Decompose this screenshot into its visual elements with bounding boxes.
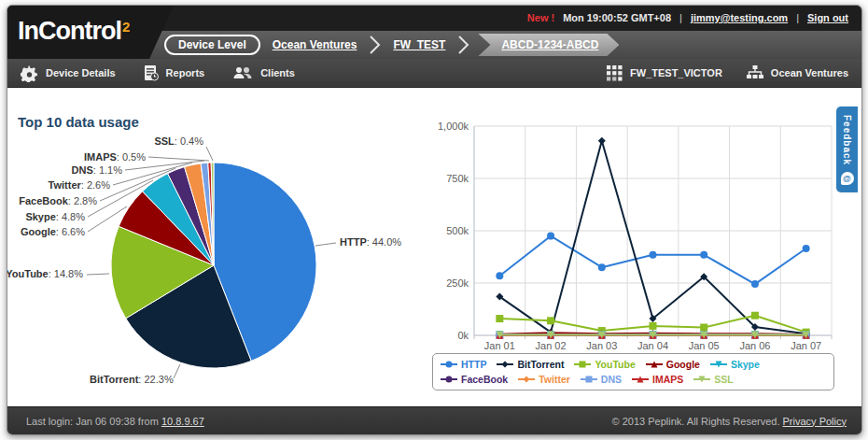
copyright-label: © 2013 Peplink. All Rights Reserved. xyxy=(612,416,780,427)
toolbar: Device Details Reports Clients FW_TEST_V… xyxy=(7,59,861,88)
legend-item-label: Twitter xyxy=(539,373,570,386)
last-login-text: Last login: Jan 06 09:38 from 10.8.9.67 xyxy=(26,416,204,427)
legend-item-ssl[interactable]: SSL xyxy=(693,373,733,386)
pie-label-connector xyxy=(206,147,213,161)
pie-label-http: HTTP: 44.0% xyxy=(340,236,401,248)
x-tick-label: Jan 07 xyxy=(791,340,821,351)
pie-label-youtube: YouTube: 14.8% xyxy=(7,268,83,279)
legend-item-http[interactable]: HTTP xyxy=(441,358,486,371)
toolbar-item-label: Clients xyxy=(260,67,295,78)
at-bubble-icon xyxy=(841,172,854,185)
pie-label-bittorrent: BitTorrent: 22.3% xyxy=(90,374,174,385)
pie-label-ssl: SSL: 0.4% xyxy=(154,135,203,147)
legend-item-dns[interactable]: DNS xyxy=(581,373,622,386)
x-tick-label: Jan 01 xyxy=(484,340,515,351)
toolbar-item-label: Ocean Ventures xyxy=(771,67,848,78)
pie-label-skype: Skype: 4.8% xyxy=(25,211,85,222)
gear-icon xyxy=(21,64,38,82)
account-email-link[interactable]: jimmy@testing.com xyxy=(691,12,788,23)
legend-item-bittorrent[interactable]: BitTorrent xyxy=(497,358,564,371)
legend-item-label: YouTube xyxy=(595,358,635,371)
y-tick-label: 500k xyxy=(446,225,469,236)
breadcrumb-device-link[interactable]: FW_TEST xyxy=(393,38,445,51)
x-tick-label: Jan 05 xyxy=(689,340,720,351)
series-line-bittorrent xyxy=(499,141,805,334)
y-tick-label: 1,000k xyxy=(438,121,469,132)
x-tick-label: Jan 02 xyxy=(536,340,567,351)
breadcrumb-group-link[interactable]: Ocean Ventures xyxy=(273,38,357,51)
account-bar: New ! Mon 19:00:52 GMT+08 | jimmy@testin… xyxy=(527,12,848,23)
chevron-right-icon xyxy=(457,35,469,55)
x-tick-label: Jan 04 xyxy=(637,340,668,351)
breadcrumb-device-level-pill[interactable]: Device Level xyxy=(164,35,260,55)
legend-marker-triangle-down xyxy=(693,375,710,384)
series-markers-bittorrent xyxy=(496,137,809,338)
legend-marker-square xyxy=(574,360,591,369)
toolbar-item-label: Device Details xyxy=(46,67,116,78)
x-tick-label: Jan 06 xyxy=(739,340,770,351)
toolbar-item-group-selector[interactable]: Ocean Ventures xyxy=(747,65,848,81)
series-line-http xyxy=(499,236,805,285)
footer-bar: Last login: Jan 06 09:38 from 10.8.9.67 … xyxy=(7,406,861,434)
pie-label-facebook: FaceBook: 2.8% xyxy=(19,195,97,206)
legend-item-label: Skype xyxy=(731,358,760,371)
logo-text: InControl2 xyxy=(18,17,128,46)
copyright-text: © 2013 Peplink. All Rights Reserved. Pri… xyxy=(612,416,847,427)
legend-item-label: BitTorrent xyxy=(517,358,564,371)
legend-item-imaps[interactable]: IMAPS xyxy=(632,373,683,386)
pie-label-imaps: IMAPS: 0.5% xyxy=(84,151,146,163)
pie-chart-title: Top 10 data usage xyxy=(18,114,139,130)
orgchart-icon xyxy=(747,65,763,80)
toolbar-right-group: FW_TEST_VICTOR Ocean Ventures xyxy=(607,65,848,81)
chevron-right-icon xyxy=(369,35,381,55)
line-chart: 0k250k500k750k1,000kJan 01Jan 02Jan 03Ja… xyxy=(427,106,838,354)
feedback-tab[interactable]: Feedback xyxy=(836,106,858,192)
logo-superscript: 2 xyxy=(122,19,129,35)
last-login-prefix: Last login: Jan 06 09:38 from xyxy=(26,416,159,427)
toolbar-item-device-details[interactable]: Device Details xyxy=(21,64,116,82)
new-badge: New ! xyxy=(527,12,554,23)
pie-label-connector xyxy=(87,274,109,275)
line-chart-svg: 0k250k500k750k1,000kJan 01Jan 02Jan 03Ja… xyxy=(427,106,838,354)
legend-marker-square xyxy=(581,375,597,384)
sign-out-link[interactable]: Sign out xyxy=(807,12,848,23)
app-logo[interactable]: InControl2 xyxy=(7,6,174,59)
clients-icon xyxy=(232,65,253,80)
x-tick-label: Jan 03 xyxy=(586,340,617,351)
separator: | xyxy=(796,12,799,23)
legend-item-facebook[interactable]: FaceBook xyxy=(441,373,508,386)
separator: | xyxy=(679,12,682,23)
pie-label-twitter: Twitter: 2.6% xyxy=(49,179,111,191)
header-bar: Device Level Ocean Ventures FW_TEST ABCD… xyxy=(7,6,861,59)
y-tick-label: 750k xyxy=(446,173,469,184)
legend-item-label: FaceBook xyxy=(461,373,508,386)
legend-marker-circle xyxy=(441,360,457,369)
pie-label-connector xyxy=(315,243,336,246)
legend-item-skype[interactable]: Skype xyxy=(710,358,760,371)
grid-icon xyxy=(607,65,623,81)
pie-label-dns: DNS: 1.1% xyxy=(72,164,123,176)
legend-item-label: IMAPS xyxy=(652,373,683,386)
legend-item-youtube[interactable]: YouTube xyxy=(574,358,635,371)
y-tick-label: 0k xyxy=(457,330,469,341)
y-tick-label: 250k xyxy=(446,277,469,289)
pie-label-connector xyxy=(174,364,180,378)
legend-marker-triangle-down xyxy=(710,360,727,369)
toolbar-item-clients[interactable]: Clients xyxy=(232,65,295,80)
legend-item-google[interactable]: Google xyxy=(646,358,700,371)
toolbar-item-label: Reports xyxy=(166,67,205,78)
toolbar-item-device-selector[interactable]: FW_TEST_VICTOR xyxy=(607,65,722,81)
privacy-policy-link[interactable]: Privacy Policy xyxy=(783,416,847,427)
legend-item-label: SSL xyxy=(714,373,733,386)
pie-chart: HTTP: 44.0%BitTorrent: 22.3%YouTube: 14.… xyxy=(7,99,427,407)
clock-text: Mon 19:00:52 GMT+08 xyxy=(563,12,671,23)
chart-legend: HTTPBitTorrentYouTubeGoogleSkypeFaceBook… xyxy=(432,353,834,390)
legend-marker-diamond xyxy=(518,375,535,384)
feedback-tab-label: Feedback xyxy=(842,115,852,165)
last-login-ip-link[interactable]: 10.8.9.67 xyxy=(161,416,204,427)
legend-item-twitter[interactable]: Twitter xyxy=(518,373,570,386)
legend-marker-diamond xyxy=(497,360,513,369)
app-window: Device Level Ocean Ventures FW_TEST ABCD… xyxy=(7,5,862,435)
toolbar-item-reports[interactable]: Reports xyxy=(144,64,205,81)
breadcrumb-serial-tag[interactable]: ABCD-1234-ABCD xyxy=(478,34,619,56)
